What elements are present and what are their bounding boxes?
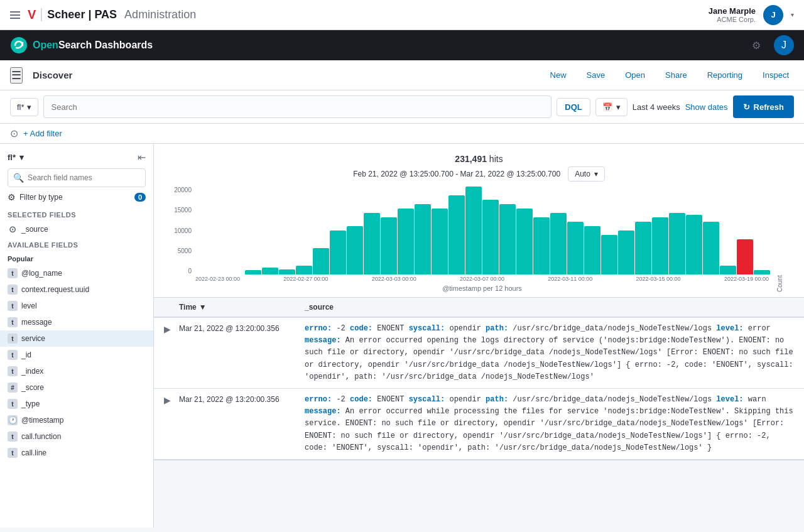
refresh-label: Refresh	[754, 102, 784, 112]
calendar-icon: 📅	[602, 102, 612, 112]
field-timestamp[interactable]: 🕐 @timestamp	[0, 412, 153, 428]
sidebar: fl* ▾ ⇤ 🔍 ⚙ Filter by type 0 Selected fi…	[0, 144, 154, 528]
opensearch-logo: OpenSearch Dashboards	[10, 36, 153, 54]
user-name: Jane Marple	[709, 6, 756, 16]
field-score[interactable]: # _score	[0, 379, 153, 396]
field-type-t-icon: t	[8, 350, 18, 360]
search-input[interactable]	[52, 102, 544, 112]
filter-bar: ⊙ + Add filter	[0, 124, 804, 144]
auto-interval-selector[interactable]: Auto ▾	[568, 166, 605, 182]
x-axis-label: @timestamp per 12 hours	[194, 285, 770, 292]
open-button[interactable]: Open	[620, 68, 650, 82]
field-message[interactable]: t message	[0, 314, 153, 330]
field-index[interactable]: t _index	[0, 363, 153, 379]
chart-bar	[703, 222, 719, 274]
collapse-sidebar-button[interactable]: ⇤	[138, 151, 146, 163]
index-pattern-label: fl*	[17, 102, 24, 112]
results-table: Time ▼ _source ▶ Mar 21, 2022 @ 13:20:00…	[154, 298, 804, 460]
sidebar-header: fl* ▾ ⇤	[0, 144, 153, 168]
opensearch-logo-icon	[10, 36, 28, 54]
field-level[interactable]: t level	[0, 298, 153, 314]
field-context-uuid[interactable]: t context.request.uuid	[0, 281, 153, 298]
filter-type-row: ⚙ Filter by type 0	[8, 192, 146, 202]
opensearch-nav-bar: OpenSearch Dashboards ⚙ J	[0, 30, 804, 60]
col-time-header[interactable]: Time ▼	[179, 303, 305, 312]
x-axis: 2022-02-23 00:00 2022-02-27 00:00 2022-0…	[194, 276, 770, 282]
user-menu-chevron[interactable]: ▾	[791, 11, 794, 18]
chart-bar	[381, 217, 397, 274]
col-expand-header	[164, 303, 179, 312]
popular-label: Popular	[0, 251, 153, 265]
gear-icon[interactable]: ⚙	[746, 35, 766, 55]
sort-icon: ▼	[199, 303, 207, 312]
field-id[interactable]: t _id	[0, 347, 153, 363]
field-search-icon: 🔍	[13, 173, 24, 183]
selected-field-source[interactable]: ⊙ _source	[0, 221, 153, 237]
col-source-header: _source	[305, 303, 794, 312]
search-bar: fl* ▾ DQL 📅 ▾ Last 4 weeks Show dates ↻ …	[0, 90, 804, 124]
field-type-t-icon: t	[8, 317, 18, 327]
field-name: _index	[21, 367, 43, 376]
apps-menu-icon[interactable]	[10, 11, 20, 19]
share-button[interactable]: Share	[660, 68, 692, 82]
user-avatar[interactable]: J	[763, 5, 783, 25]
field-name: @log_name	[21, 269, 62, 278]
field-call-line[interactable]: t call.line	[0, 445, 153, 461]
field-type-hash-icon: #	[8, 383, 18, 393]
index-pattern-chevron: ▾	[27, 102, 31, 112]
index-pattern-selector[interactable]: fl* ▾	[10, 98, 38, 116]
field-service[interactable]: t service	[0, 330, 153, 347]
chart-bar	[347, 226, 363, 274]
expand-row-button[interactable]: ▶	[164, 394, 179, 405]
field-type[interactable]: t _type	[0, 396, 153, 412]
field-search-input[interactable]	[28, 173, 140, 182]
chart-bar	[262, 268, 278, 274]
user-icon-btn[interactable]: J	[774, 35, 794, 55]
admin-bar-left: V Scheer | PAS Administration	[10, 8, 196, 22]
save-button[interactable]: Save	[582, 68, 611, 82]
chart-bar	[279, 269, 295, 274]
calendar-button[interactable]: 📅 ▾	[595, 98, 627, 116]
chart-bar	[330, 231, 346, 274]
sidebar-index-selector[interactable]: fl* ▾	[8, 153, 24, 162]
field-name: _type	[21, 399, 40, 408]
available-fields-title: Available fields	[0, 237, 153, 251]
dql-button[interactable]: DQL	[557, 98, 590, 116]
discover-toolbar: ☰ Discover New Save Open Share Reporting…	[0, 60, 804, 90]
chart-bar	[448, 195, 465, 274]
filter-count-badge: 0	[134, 193, 146, 202]
refresh-button[interactable]: ↻ Refresh	[733, 95, 794, 118]
chart-bar	[465, 187, 482, 274]
os-nav-icons: ⚙ J	[746, 35, 794, 55]
selected-field-name: _source	[21, 225, 48, 234]
field-log-name[interactable]: t @log_name	[0, 265, 153, 281]
field-name: level	[21, 301, 37, 310]
add-filter-button[interactable]: + Add filter	[23, 129, 62, 138]
table-row: ▶ Mar 21, 2022 @ 13:20:00.356 errno: -2 …	[154, 389, 804, 460]
field-name: service	[21, 334, 45, 343]
field-call-function[interactable]: t call.function	[0, 428, 153, 445]
chart-bar	[550, 213, 567, 274]
brand-v-mark: V	[28, 8, 36, 22]
field-type-t-icon: t	[8, 334, 18, 344]
expand-row-button[interactable]: ▶	[164, 323, 179, 334]
show-dates-button[interactable]: Show dates	[685, 102, 728, 112]
field-type-t-icon: t	[8, 448, 18, 458]
hamburger-button[interactable]: ☰	[10, 67, 23, 84]
field-type-t-icon: t	[8, 399, 18, 409]
field-name: _id	[21, 350, 31, 359]
brand-name: Scheer | PAS	[41, 8, 117, 21]
new-button[interactable]: New	[545, 68, 572, 82]
field-name: context.request.uuid	[21, 285, 89, 294]
field-type-t-icon: t	[8, 268, 18, 278]
admin-bar: V Scheer | PAS Administration Jane Marpl…	[0, 0, 804, 30]
field-type-t-icon: t	[8, 301, 18, 311]
content-area: 231,491 hits Feb 21, 2022 @ 13:25:00.700…	[154, 144, 804, 528]
filter-icon[interactable]: ⊙	[10, 128, 18, 139]
reporting-button[interactable]: Reporting	[702, 68, 747, 82]
field-name: call.function	[21, 432, 61, 441]
inspect-button[interactable]: Inspect	[758, 68, 794, 82]
chart-bar	[669, 213, 685, 274]
time-range: Last 4 weeks Show dates	[633, 102, 728, 112]
filter-by-type-button[interactable]: ⚙ Filter by type	[8, 192, 63, 202]
